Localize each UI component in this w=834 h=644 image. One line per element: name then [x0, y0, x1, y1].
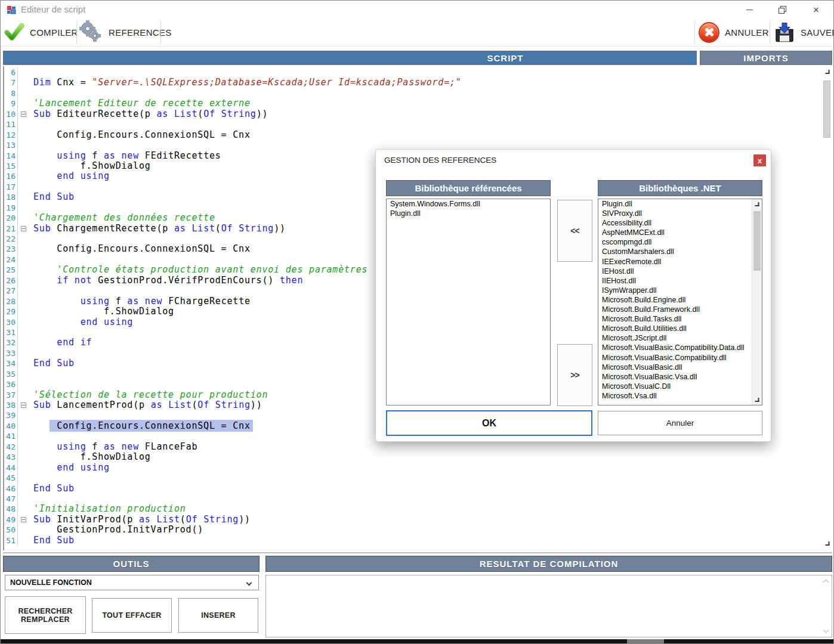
function-dropdown[interactable]: NOUVELLE FONCTION	[5, 575, 259, 590]
scroll-down-icon[interactable]	[825, 541, 829, 546]
library-list-item[interactable]: System.Windows.Forms.dll	[387, 199, 550, 209]
line-number: 6	[4, 67, 18, 78]
list-scroll-up-icon[interactable]	[755, 202, 759, 206]
line-number: 47	[4, 494, 18, 504]
code-line: 7Dim Cnx = "Server=.\SQLExpress;Database…	[4, 78, 832, 88]
dialog-close-button[interactable]: x	[753, 154, 766, 166]
code-line: 12 Config.Encours.ConnexionSQL = Cnx	[4, 130, 832, 140]
library-list-item[interactable]: Microsoft.Build.Utilities.dll	[598, 324, 752, 333]
cancel-icon	[699, 22, 719, 43]
library-list-item[interactable]: Microsoft.VisualBasic.dll	[598, 363, 752, 372]
library-list-item[interactable]: Microsoft.Build.Framework.dll	[598, 305, 752, 314]
fold-collapse-icon[interactable]	[21, 112, 26, 117]
ok-button[interactable]: OK	[386, 410, 592, 436]
dotnet-libraries-header: Bibliothèques .NET	[598, 180, 762, 196]
line-number: 15	[4, 161, 18, 171]
horizontal-scrollbar[interactable]	[1, 639, 834, 644]
code-line: 42 using f as new FLanceFab	[4, 442, 832, 452]
annuler-label: ANNULER	[725, 27, 769, 38]
imports-panel-header[interactable]: IMPORTS	[700, 51, 832, 65]
line-number: 48	[4, 504, 18, 514]
library-list-item[interactable]: Microsoft.Build.Engine.dll	[598, 295, 752, 305]
compile-check-icon	[4, 23, 24, 42]
code-line: 8	[4, 88, 832, 98]
library-list-item[interactable]: Microsoft.Build.Tasks.dll	[598, 314, 752, 324]
result-scroll-up-icon[interactable]	[823, 580, 829, 586]
line-number: 44	[4, 463, 18, 473]
rechercher-remplacer-button[interactable]: RECHERCHER REMPLACER	[5, 596, 86, 634]
line-number: 36	[4, 379, 18, 389]
library-list-item[interactable]: Microsoft.VisualBasic.Compatibility.dll	[598, 353, 752, 363]
fold-collapse-icon[interactable]	[21, 402, 26, 408]
fold-gutter	[18, 234, 33, 244]
library-list-item[interactable]: Microsoft.Vsa.dll	[598, 391, 752, 401]
inserer-button[interactable]: INSERER	[178, 598, 258, 633]
library-list-item[interactable]: Microsoft.VisualBasic.Compatibility.Data…	[598, 343, 752, 352]
outils-title: OUTILS	[113, 559, 150, 569]
references-button[interactable]: REFERENCES	[81, 18, 172, 46]
library-list-item[interactable]: SIVProxy.dll	[598, 209, 752, 218]
minimize-button[interactable]	[737, 1, 761, 18]
maximize-button[interactable]	[770, 1, 794, 18]
library-list-item[interactable]: IEExecRemote.dll	[598, 257, 752, 267]
fold-gutter	[18, 410, 33, 420]
fold-collapse-icon[interactable]	[21, 517, 26, 522]
line-number: 20	[4, 213, 18, 223]
library-list-item[interactable]: ISymWrapper.dll	[598, 286, 752, 295]
result-scroll-down-icon[interactable]	[823, 627, 829, 633]
editor-vertical-scrollbar[interactable]	[822, 67, 832, 548]
library-list-item[interactable]: Microsoft.JScript.dll	[598, 333, 752, 343]
fold-gutter	[18, 327, 33, 338]
library-list-item[interactable]: Plugin.dll	[387, 209, 550, 218]
compiler-button[interactable]: COMPILER	[4, 18, 78, 46]
toolbar-separator	[770, 20, 770, 44]
dotnet-libraries-title: Bibliothèques .NET	[639, 183, 721, 193]
dotnet-libraries-list[interactable]: Plugin.dllSIVProxy.dllAccessibility.dllA…	[598, 199, 762, 405]
fold-gutter	[18, 244, 33, 254]
line-number: 49	[4, 515, 18, 525]
sauver-button[interactable]: SAUVER	[774, 18, 834, 46]
move-left-button[interactable]: <<	[557, 200, 592, 262]
list-scroll-down-icon[interactable]	[755, 398, 759, 402]
library-list-item[interactable]: cscompmgd.dll	[598, 237, 752, 247]
move-right-button[interactable]: >>	[557, 344, 592, 406]
fold-gutter	[18, 255, 33, 265]
fold-gutter	[18, 306, 33, 317]
annuler-dialog-button[interactable]: Annuler	[598, 411, 762, 435]
line-number: 9	[4, 98, 18, 109]
library-list-item[interactable]: Microsoft.VisualC.Dll	[598, 382, 752, 391]
code-text: 'Lancement Editeur de recette externe	[33, 98, 832, 109]
list-vertical-scrollbar[interactable]	[752, 199, 762, 405]
list-scrollbar-thumb[interactable]	[753, 211, 761, 271]
code-line: 45	[4, 473, 832, 483]
library-list-item[interactable]: Plugin.dll	[598, 199, 752, 209]
chevron-down-icon	[246, 580, 252, 586]
library-list-item[interactable]: AspNetMMCExt.dll	[598, 228, 752, 237]
fold-gutter	[18, 98, 33, 109]
editor-scrollbar-thumb[interactable]	[823, 80, 830, 138]
library-list-item[interactable]: IIEHost.dll	[598, 276, 752, 286]
line-number: 41	[4, 431, 18, 441]
fold-collapse-icon[interactable]	[21, 226, 26, 231]
script-panel-title: SCRIPT	[487, 53, 523, 63]
referenced-libraries-list[interactable]: System.Windows.Forms.dllPlugin.dll	[386, 199, 551, 405]
library-list-item[interactable]: Microsoft.VisualBasic.Vsa.dll	[598, 372, 752, 382]
scroll-up-icon[interactable]	[825, 70, 829, 74]
code-text: Sub EditeurRecette(p as List(Of String))	[33, 109, 832, 119]
library-list-item[interactable]: Accessibility.dll	[598, 218, 752, 228]
line-number: 11	[4, 119, 18, 129]
code-line: 9'Lancement Editeur de recette externe	[4, 98, 832, 109]
library-list-item[interactable]: IEHost.dll	[598, 267, 752, 276]
fold-gutter	[18, 473, 33, 483]
minimize-icon	[746, 10, 753, 10]
close-button[interactable]: ×	[804, 1, 828, 18]
fold-gutter	[18, 171, 33, 181]
tout-effacer-button[interactable]: TOUT EFFACER	[92, 598, 172, 633]
horizontal-scrollbar-thumb[interactable]	[627, 639, 664, 644]
annuler-button[interactable]: ANNULER	[699, 18, 769, 46]
fold-gutter	[18, 67, 33, 78]
library-list-item[interactable]: CustomMarshalers.dll	[598, 247, 752, 256]
code-text: f.ShowDialog	[33, 452, 832, 462]
compilation-result-box[interactable]	[265, 575, 832, 637]
fold-gutter	[18, 463, 33, 473]
